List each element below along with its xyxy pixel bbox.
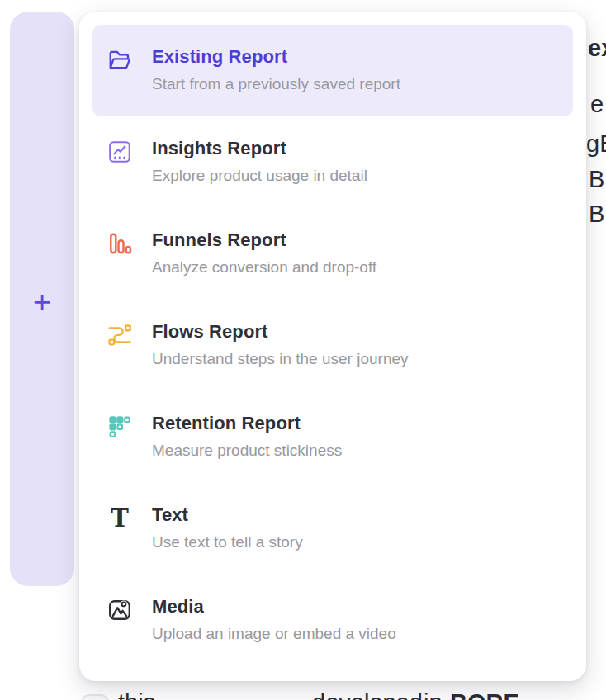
menu-item-description: Explore product usage in detail xyxy=(152,167,558,185)
dashboard-add-rail: + xyxy=(10,12,74,586)
background-text-fragment: developed xyxy=(312,691,423,700)
menu-item-flows-report[interactable]: Flows Report Understand steps in the use… xyxy=(92,300,573,391)
menu-item-description: Upload an image or embed a video xyxy=(152,625,558,643)
menu-item-title: Text xyxy=(152,504,558,525)
menu-item-funnels-report[interactable]: Funnels Report Analyze conversion and dr… xyxy=(92,208,573,300)
background-text-fragment: B xyxy=(589,202,604,226)
menu-item-text[interactable]: T Text Use text to tell a story xyxy=(92,483,573,575)
add-report-menu: Existing Report Start from a previously … xyxy=(79,12,586,681)
menu-item-description: Start from a previously saved report xyxy=(152,75,558,93)
text-icon: T xyxy=(107,506,132,531)
background-text-fragment: this xyxy=(118,691,155,700)
menu-item-description: Measure product stickiness xyxy=(152,442,558,460)
menu-item-title: Insights Report xyxy=(152,138,558,158)
background-text-fragment: ex xyxy=(588,36,606,60)
retention-grid-icon xyxy=(107,414,132,439)
add-item-button[interactable]: + xyxy=(10,282,74,322)
background-card-corner xyxy=(81,694,109,700)
background-text-fragment: BORE xyxy=(450,691,519,700)
menu-item-existing-report[interactable]: Existing Report Start from a previously … xyxy=(92,25,573,116)
background-text-fragment: e xyxy=(590,92,604,116)
menu-item-retention-report[interactable]: Retention Report Measure product stickin… xyxy=(92,391,573,483)
menu-item-media[interactable]: Media Upload an image or embed a video xyxy=(92,575,573,666)
folder-open-icon xyxy=(107,48,132,73)
menu-item-title: Flows Report xyxy=(152,321,558,342)
media-image-icon xyxy=(107,598,132,622)
menu-item-title: Media xyxy=(152,596,558,617)
menu-item-title: Retention Report xyxy=(152,413,558,433)
flows-icon xyxy=(107,323,132,348)
insights-chart-icon xyxy=(107,140,132,164)
background-text-fragment: gB xyxy=(586,132,606,156)
background-text-fragment: B xyxy=(589,168,604,192)
menu-item-title: Existing Report xyxy=(152,46,558,67)
funnel-bars-icon xyxy=(107,231,132,256)
menu-item-title: Funnels Report xyxy=(152,229,558,250)
menu-item-description: Analyze conversion and drop-off xyxy=(152,258,558,277)
menu-item-description: Understand steps in the user journey xyxy=(152,350,558,368)
menu-item-insights-report[interactable]: Insights Report Explore product usage in… xyxy=(92,116,573,208)
background-text-fragment: in xyxy=(424,691,443,700)
menu-item-description: Use text to tell a story xyxy=(152,533,558,551)
